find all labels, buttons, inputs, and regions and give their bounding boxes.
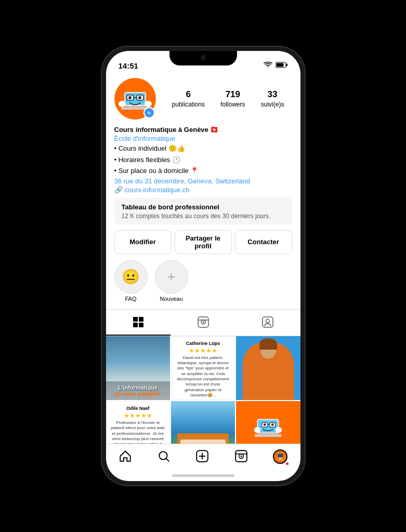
time-display: 14:51: [119, 61, 138, 70]
bio-line-3: • Sur place ou à domicile 📍: [114, 166, 292, 176]
action-buttons: Modifier Partager le profil Contacter: [106, 230, 300, 260]
svg-rect-17: [139, 323, 143, 327]
svg-point-31: [271, 423, 274, 426]
modifier-button[interactable]: Modifier: [114, 230, 172, 254]
phone-frame: 14:51: [102, 47, 305, 485]
profile-avatar-nav: 🖥️: [273, 449, 287, 464]
svg-point-41: [240, 455, 242, 457]
tab-grid[interactable]: [106, 310, 171, 336]
stat-following[interactable]: 33 suivi(e)s: [261, 89, 284, 108]
svg-rect-2: [276, 63, 283, 67]
reviewer-1-name: Catherine Lüps: [186, 341, 220, 346]
tab-reels[interactable]: [171, 310, 235, 336]
profile-category[interactable]: École d'informatique: [114, 135, 292, 142]
reviewer-1-text: David est très patient, didactique, symp…: [176, 355, 230, 398]
partager-button[interactable]: Partager le profil: [175, 230, 232, 254]
nav-profile[interactable]: 🖥️: [273, 449, 287, 464]
svg-point-13: [145, 101, 152, 107]
svg-rect-16: [133, 323, 138, 327]
camera: [201, 55, 206, 60]
grid-item-5[interactable]: [171, 401, 235, 444]
scroll-content[interactable]: + 6 publications 719 followers 33: [106, 74, 300, 444]
svg-point-23: [266, 319, 270, 323]
publications-label: publications: [172, 101, 205, 108]
search-icon: [157, 449, 171, 463]
grid-item-2[interactable]: Catherine Lüps ★★★★★ David est très pati…: [171, 336, 235, 400]
grid-item-1[interactable]: L'informatique ça vous embête?: [106, 336, 170, 400]
svg-point-33: [276, 427, 282, 433]
dashboard-title: Tableau de bord professionnel: [122, 203, 285, 211]
profile-name: Cours informatique à Genève 🇨🇭: [114, 126, 292, 134]
avatar-add-button[interactable]: +: [143, 107, 155, 118]
bio-line-2: • Horaires flexibles 🕐: [114, 155, 292, 165]
svg-rect-14: [133, 317, 138, 322]
vol-up-button: [102, 103, 103, 119]
highlight-new[interactable]: + Nouveau: [155, 260, 188, 302]
bio-line-1: • Cours individuel 🙂👍: [114, 143, 292, 154]
reels-nav-icon: [234, 449, 248, 463]
highlight-faq-circle: 😐: [114, 260, 148, 294]
website-text: cours-informatique.ch: [125, 186, 190, 194]
nav-home[interactable]: [119, 449, 132, 463]
bio-section: Cours informatique à Genève 🇨🇭 École d'i…: [106, 126, 300, 194]
power-button: [304, 113, 305, 144]
nav-reels[interactable]: [234, 449, 248, 463]
publications-count: 6: [186, 89, 191, 100]
phone-screen: 14:51: [106, 51, 300, 481]
followers-count: 719: [226, 89, 240, 100]
photo-grid: L'informatique ça vous embête? Catherine…: [106, 336, 300, 444]
grid-item-4[interactable]: Odile Naef ★★★★★ Professeur à l'écoute e…: [106, 401, 170, 444]
svg-rect-22: [263, 317, 273, 327]
nav-search[interactable]: [157, 449, 171, 463]
svg-point-30: [264, 423, 266, 426]
vol-down-button: [102, 126, 103, 142]
link-icon: 🔗: [114, 186, 123, 194]
notch: [169, 51, 237, 65]
bio-location[interactable]: 36 rue du 31 decembre, Geneva, Switzerla…: [114, 177, 292, 185]
reels-icon: [197, 316, 209, 328]
svg-point-20: [202, 321, 204, 323]
highlight-faq[interactable]: 😐 FAQ: [114, 260, 148, 302]
contacter-button[interactable]: Contacter: [235, 230, 292, 254]
stat-publications[interactable]: 6 publications: [172, 89, 205, 108]
wifi-icon: [264, 61, 272, 70]
bio-link[interactable]: 🔗 cours-informatique.ch: [114, 186, 292, 194]
svg-rect-15: [139, 317, 143, 322]
home-icon: [119, 449, 132, 463]
tagged-icon: [261, 316, 274, 328]
profile-header: + 6 publications 719 followers 33: [114, 78, 292, 119]
stats-row: 6 publications 719 followers 33 suivi(e)…: [164, 89, 292, 108]
reviewer-1-stars: ★★★★★: [189, 347, 217, 354]
grid-item-3[interactable]: [236, 336, 300, 400]
dashboard-subtitle: 12 K comptes touchés au cours des 30 der…: [122, 212, 285, 220]
highlight-faq-label: FAQ: [125, 296, 136, 302]
svg-rect-1: [286, 64, 287, 66]
svg-line-35: [166, 459, 169, 461]
grid-icon: [132, 316, 145, 328]
nav-add[interactable]: [195, 449, 209, 463]
svg-point-10: [128, 96, 132, 99]
highlight-new-label: Nouveau: [160, 296, 182, 302]
stat-followers[interactable]: 719 followers: [220, 89, 245, 108]
followers-label: followers: [220, 101, 245, 108]
battery-icon: [276, 61, 288, 70]
tab-tagged[interactable]: [235, 310, 300, 336]
profile-section: + 6 publications 719 followers 33: [106, 74, 300, 119]
dashboard-card[interactable]: Tableau de bord professionnel 12 K compt…: [114, 198, 292, 225]
following-label: suivi(e)s: [261, 101, 284, 108]
reviewer-2-text: Professeur à l'écoute et patient! Merci …: [111, 420, 165, 444]
tabs-row: [106, 309, 300, 336]
highlight-new-circle: +: [155, 260, 188, 294]
status-icons: [264, 61, 288, 70]
grid-item-6[interactable]: cours-informatique.ch: [236, 401, 300, 444]
svg-point-11: [138, 96, 141, 99]
notification-dot: [286, 462, 289, 465]
highlights-row: 😐 FAQ + Nouveau: [106, 260, 300, 309]
add-icon: [195, 449, 209, 463]
reviewer-2-name: Odile Naef: [126, 406, 150, 411]
following-count: 33: [268, 89, 278, 100]
avatar-wrap[interactable]: +: [114, 78, 156, 119]
reviewer-2-stars: ★★★★★: [124, 412, 152, 419]
svg-point-32: [254, 427, 261, 433]
home-indicator: [172, 474, 234, 477]
